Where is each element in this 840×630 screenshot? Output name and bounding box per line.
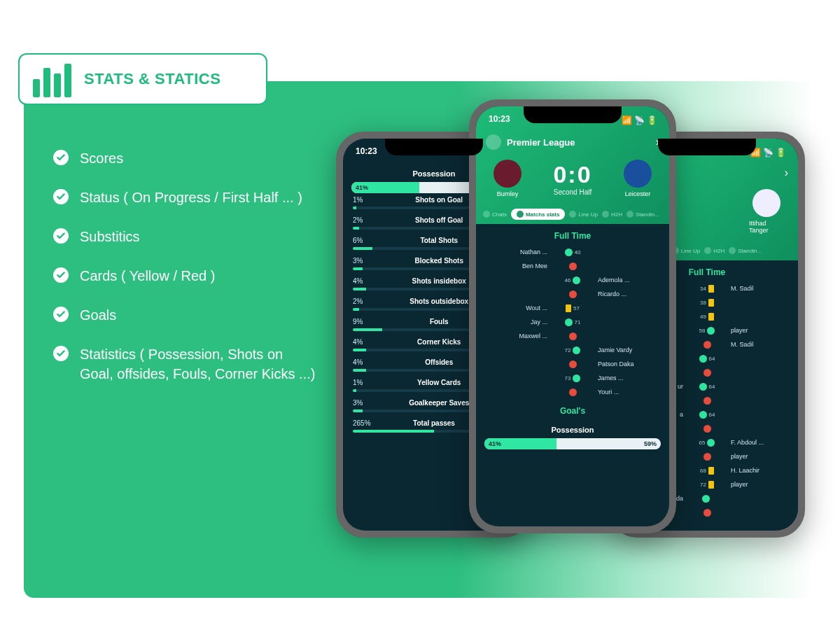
stat-left-value: 3% <box>353 257 363 265</box>
sub-in-icon <box>699 411 707 419</box>
feature-item: Scores <box>53 148 319 168</box>
team-badge-icon <box>624 160 652 188</box>
feature-text: Status ( On Progress / First Half ... ) <box>80 188 302 207</box>
yellow-card-icon <box>708 481 714 489</box>
stat-left-value: 1% <box>353 379 363 386</box>
stat-left-value: 265% <box>353 419 371 427</box>
tab-h2h[interactable]: H2H <box>602 211 622 218</box>
check-icon <box>53 267 69 283</box>
feature-item: Status ( On Progress / First Half ... ) <box>53 188 319 207</box>
sub-out-icon <box>569 262 577 270</box>
sub-out-icon <box>569 360 577 368</box>
sub-in-icon <box>699 383 707 391</box>
feature-text: Goals <box>80 305 116 325</box>
check-icon <box>53 189 69 204</box>
yellow-card-icon <box>708 299 714 307</box>
sub-out-icon <box>569 290 577 298</box>
check-icon <box>53 228 69 244</box>
home-team[interactable]: Burnley <box>490 160 525 197</box>
sub-in-icon <box>707 327 715 335</box>
check-icon <box>53 346 69 361</box>
possession-bar: 41% 59% <box>484 438 661 449</box>
stat-name: Total passes <box>413 419 455 427</box>
section-fulltime: Full Time <box>476 224 669 245</box>
section-goals: Goal's <box>476 399 669 420</box>
sub-out-icon <box>704 341 711 349</box>
feature-text: Statistics ( Possession, Shots on Goal, … <box>80 344 319 384</box>
tab-lineup[interactable]: Line Up <box>569 211 598 218</box>
sub-out-icon <box>704 509 711 517</box>
stat-left-value: 6% <box>353 237 363 244</box>
stat-left-value: 4% <box>353 277 363 285</box>
sub-out-icon <box>569 332 577 340</box>
feature-item: Substitics <box>53 227 319 246</box>
tab-standing[interactable]: Standin... <box>626 211 659 218</box>
possession-right: 59% <box>644 438 657 449</box>
home-name: Burnley <box>497 190 519 197</box>
league-row[interactable]: Premier League › <box>476 132 669 155</box>
away-name: Leicester <box>625 190 651 197</box>
sub-out-icon <box>704 397 711 405</box>
feature-text: Scores <box>80 148 123 168</box>
yellow-card-icon <box>708 313 714 321</box>
tab-chats[interactable]: Chats <box>483 211 507 218</box>
events-list: Nathan ...40Ben Mee46Ademola ...Ricardo … <box>476 245 669 399</box>
possession-title: Possession <box>484 426 661 434</box>
yellow-card-icon <box>708 467 714 475</box>
score: 0:0 <box>553 161 592 188</box>
phone-notch <box>658 139 756 155</box>
score-row: Burnley 0:0 Second Half Leicester <box>476 155 669 204</box>
stat-left-value: 4% <box>353 338 363 346</box>
stat-name: Yellow Cards <box>417 379 461 386</box>
sub-in-icon <box>573 276 580 284</box>
yellow-card-icon <box>708 285 714 293</box>
sub-out-icon <box>704 425 711 433</box>
yellow-card-icon <box>566 304 571 312</box>
title-pill: STATS & STATICS <box>18 53 267 105</box>
phone-notch <box>524 106 622 123</box>
sub-out-icon <box>704 453 711 461</box>
stat-name: Shots outsidebox <box>410 298 468 305</box>
tab-standing[interactable]: Standin... <box>729 247 762 254</box>
sub-in-icon <box>707 439 715 447</box>
feature-item: Statistics ( Possession, Shots on Goal, … <box>53 344 319 384</box>
feature-list: ScoresStatus ( On Progress / First Half … <box>53 148 319 403</box>
sub-in-icon <box>699 355 707 363</box>
phone-notch <box>385 139 483 155</box>
check-icon <box>53 150 69 165</box>
tab-h2h[interactable]: H2H <box>704 247 724 254</box>
stat-left-value: 2% <box>353 216 363 224</box>
stat-name: Shots insidebox <box>412 277 466 285</box>
feature-item: Goals <box>53 305 319 325</box>
chevron-right-icon[interactable]: › <box>785 167 788 179</box>
team-badge-icon <box>493 160 522 188</box>
section-title: STATS & STATICS <box>84 70 220 88</box>
stat-name: Total Shots <box>420 237 458 244</box>
stat-name: Offsides <box>425 358 453 366</box>
status-time: 10:23 <box>489 114 510 124</box>
possession-left: 41% <box>484 438 556 449</box>
check-icon <box>53 307 69 322</box>
bar-chart-icon <box>32 61 71 97</box>
feature-item: Cards ( Yellow / Red ) <box>53 266 319 286</box>
phone-center: 10:23 📶📡🔋 Premier League › Burnley 0:0 <box>469 99 676 533</box>
sub-in-icon <box>702 495 710 503</box>
stat-left-value: 4% <box>353 358 363 366</box>
sub-in-icon <box>573 374 580 382</box>
tab-stats[interactable]: Matchs stats <box>511 209 565 220</box>
tabs: Chats Matchs stats Line Up H2H Standin..… <box>476 204 669 224</box>
stat-name: Corner Kicks <box>417 338 461 346</box>
away-team[interactable]: Ittihad Tanger <box>749 189 784 234</box>
sub-in-icon <box>565 248 573 256</box>
stat-name: Fouls <box>430 318 449 326</box>
league-badge-icon <box>486 134 501 150</box>
stat-left-value: 1% <box>353 196 363 204</box>
team-badge-icon <box>752 189 780 217</box>
away-name: Ittihad Tanger <box>749 220 784 234</box>
feature-text: Cards ( Yellow / Red ) <box>80 266 215 286</box>
stat-left-value: 9% <box>353 318 363 326</box>
stat-name: Shots off Goal <box>415 216 463 224</box>
stat-left-value: 2% <box>353 298 363 305</box>
sub-out-icon <box>569 388 577 396</box>
away-team[interactable]: Leicester <box>620 160 655 197</box>
